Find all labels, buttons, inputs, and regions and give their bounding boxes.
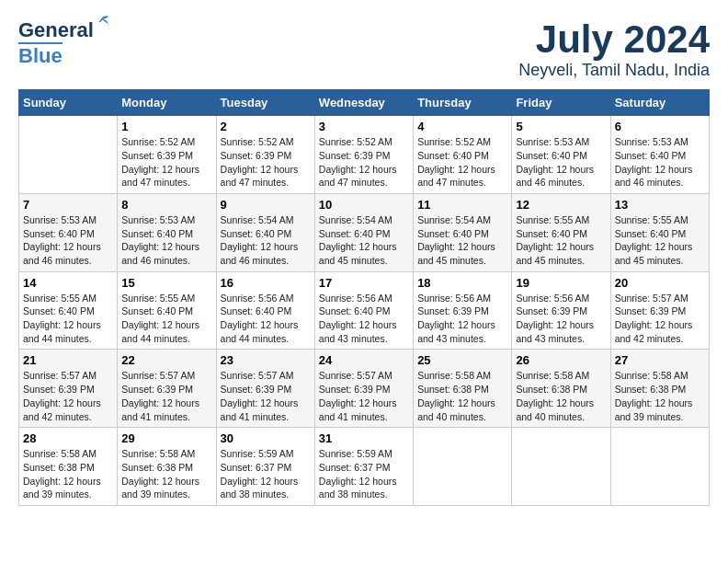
day-info: Sunrise: 5:59 AM Sunset: 6:37 PM Dayligh…	[319, 447, 409, 501]
day-number: 6	[615, 120, 705, 133]
day-info: Sunrise: 5:55 AM Sunset: 6:40 PM Dayligh…	[516, 213, 606, 268]
calendar-cell: 30Sunrise: 5:59 AM Sunset: 6:37 PM Dayli…	[216, 428, 314, 506]
calendar-cell: 4Sunrise: 5:52 AM Sunset: 6:40 PM Daylig…	[414, 116, 512, 194]
page-header: General Blue July 2024 Neyveli, Tamil Na…	[18, 18, 710, 80]
day-number: 9	[221, 198, 311, 212]
calendar-cell: 1Sunrise: 5:52 AM Sunset: 6:39 PM Daylig…	[118, 116, 216, 194]
header-row: SundayMondayTuesdayWednesdayThursdayFrid…	[19, 90, 710, 116]
day-number: 21	[23, 353, 113, 367]
month-title: July 2024	[518, 18, 710, 61]
day-info: Sunrise: 5:56 AM Sunset: 6:39 PM Dayligh…	[516, 292, 606, 346]
day-info: Sunrise: 5:56 AM Sunset: 6:40 PM Dayligh…	[319, 292, 409, 346]
logo-general: General	[18, 18, 94, 41]
day-number: 29	[121, 431, 211, 445]
day-info: Sunrise: 5:54 AM Sunset: 6:40 PM Dayligh…	[417, 213, 507, 268]
day-number: 3	[319, 120, 409, 133]
day-number: 14	[23, 276, 113, 290]
calendar-cell	[414, 428, 512, 506]
day-info: Sunrise: 5:55 AM Sunset: 6:40 PM Dayligh…	[23, 292, 113, 346]
week-row-1: 1Sunrise: 5:52 AM Sunset: 6:39 PM Daylig…	[19, 116, 710, 194]
calendar-cell: 13Sunrise: 5:55 AM Sunset: 6:40 PM Dayli…	[610, 193, 709, 271]
logo-bird-icon	[92, 11, 112, 31]
day-number: 27	[615, 353, 705, 367]
day-info: Sunrise: 5:52 AM Sunset: 6:39 PM Dayligh…	[319, 135, 409, 190]
day-number: 4	[417, 120, 507, 133]
day-info: Sunrise: 5:52 AM Sunset: 6:39 PM Dayligh…	[221, 135, 311, 190]
calendar-cell: 23Sunrise: 5:57 AM Sunset: 6:39 PM Dayli…	[216, 350, 314, 428]
calendar-cell: 10Sunrise: 5:54 AM Sunset: 6:40 PM Dayli…	[314, 193, 413, 271]
day-info: Sunrise: 5:57 AM Sunset: 6:39 PM Dayligh…	[319, 369, 409, 423]
col-header-sunday: Sunday	[19, 90, 118, 116]
day-info: Sunrise: 5:58 AM Sunset: 6:38 PM Dayligh…	[417, 369, 507, 423]
day-info: Sunrise: 5:52 AM Sunset: 6:39 PM Dayligh…	[121, 135, 211, 190]
day-number: 30	[221, 431, 311, 445]
calendar-cell: 6Sunrise: 5:53 AM Sunset: 6:40 PM Daylig…	[610, 116, 709, 194]
day-number: 19	[516, 276, 606, 290]
col-header-saturday: Saturday	[610, 90, 709, 116]
day-number: 7	[23, 198, 113, 212]
calendar-cell: 26Sunrise: 5:58 AM Sunset: 6:38 PM Dayli…	[512, 350, 610, 428]
day-number: 26	[516, 353, 606, 367]
day-info: Sunrise: 5:58 AM Sunset: 6:38 PM Dayligh…	[516, 369, 606, 423]
calendar-cell: 17Sunrise: 5:56 AM Sunset: 6:40 PM Dayli…	[314, 271, 413, 350]
calendar-cell: 20Sunrise: 5:57 AM Sunset: 6:39 PM Dayli…	[610, 271, 709, 350]
day-info: Sunrise: 5:54 AM Sunset: 6:40 PM Dayligh…	[221, 213, 311, 268]
day-number: 20	[615, 276, 705, 290]
day-number: 12	[516, 198, 606, 212]
calendar-cell: 9Sunrise: 5:54 AM Sunset: 6:40 PM Daylig…	[216, 193, 314, 271]
day-info: Sunrise: 5:55 AM Sunset: 6:40 PM Dayligh…	[121, 292, 211, 346]
day-number: 22	[121, 353, 211, 367]
calendar-cell: 16Sunrise: 5:56 AM Sunset: 6:40 PM Dayli…	[216, 271, 314, 350]
week-row-5: 28Sunrise: 5:58 AM Sunset: 6:38 PM Dayli…	[19, 428, 710, 506]
calendar-cell: 24Sunrise: 5:57 AM Sunset: 6:39 PM Dayli…	[314, 350, 413, 428]
day-info: Sunrise: 5:57 AM Sunset: 6:39 PM Dayligh…	[23, 369, 113, 423]
calendar-cell	[19, 116, 118, 194]
day-info: Sunrise: 5:53 AM Sunset: 6:40 PM Dayligh…	[121, 213, 211, 268]
calendar-cell: 3Sunrise: 5:52 AM Sunset: 6:39 PM Daylig…	[314, 116, 413, 194]
logo-blue: Blue	[18, 42, 63, 68]
calendar-cell: 21Sunrise: 5:57 AM Sunset: 6:39 PM Dayli…	[19, 350, 118, 428]
week-row-4: 21Sunrise: 5:57 AM Sunset: 6:39 PM Dayli…	[19, 350, 710, 428]
day-number: 2	[221, 120, 311, 133]
day-number: 11	[417, 198, 507, 212]
day-number: 16	[221, 276, 311, 290]
calendar-cell	[610, 428, 709, 506]
day-info: Sunrise: 5:58 AM Sunset: 6:38 PM Dayligh…	[615, 369, 705, 423]
calendar-cell: 11Sunrise: 5:54 AM Sunset: 6:40 PM Dayli…	[414, 193, 512, 271]
calendar-cell: 7Sunrise: 5:53 AM Sunset: 6:40 PM Daylig…	[19, 193, 118, 271]
calendar-cell: 14Sunrise: 5:55 AM Sunset: 6:40 PM Dayli…	[19, 271, 118, 350]
day-number: 24	[319, 353, 409, 367]
calendar-cell: 12Sunrise: 5:55 AM Sunset: 6:40 PM Dayli…	[512, 193, 610, 271]
col-header-wednesday: Wednesday	[314, 90, 413, 116]
calendar-cell: 19Sunrise: 5:56 AM Sunset: 6:39 PM Dayli…	[512, 271, 610, 350]
calendar-cell: 18Sunrise: 5:56 AM Sunset: 6:39 PM Dayli…	[414, 271, 512, 350]
day-number: 15	[121, 276, 211, 290]
day-number: 25	[417, 353, 507, 367]
calendar-cell: 2Sunrise: 5:52 AM Sunset: 6:39 PM Daylig…	[216, 116, 314, 194]
col-header-thursday: Thursday	[414, 90, 512, 116]
day-number: 1	[121, 120, 211, 133]
calendar-cell: 8Sunrise: 5:53 AM Sunset: 6:40 PM Daylig…	[118, 193, 216, 271]
day-info: Sunrise: 5:52 AM Sunset: 6:40 PM Dayligh…	[417, 135, 507, 190]
day-info: Sunrise: 5:59 AM Sunset: 6:37 PM Dayligh…	[221, 447, 311, 501]
day-info: Sunrise: 5:53 AM Sunset: 6:40 PM Dayligh…	[615, 135, 705, 190]
calendar-cell: 28Sunrise: 5:58 AM Sunset: 6:38 PM Dayli…	[19, 428, 118, 506]
day-info: Sunrise: 5:58 AM Sunset: 6:38 PM Dayligh…	[121, 447, 211, 501]
day-info: Sunrise: 5:57 AM Sunset: 6:39 PM Dayligh…	[615, 292, 705, 346]
calendar-cell: 29Sunrise: 5:58 AM Sunset: 6:38 PM Dayli…	[118, 428, 216, 506]
logo: General Blue	[18, 18, 94, 68]
day-number: 18	[417, 276, 507, 290]
calendar-cell	[512, 428, 610, 506]
day-number: 5	[516, 120, 606, 133]
day-info: Sunrise: 5:53 AM Sunset: 6:40 PM Dayligh…	[516, 135, 606, 190]
day-info: Sunrise: 5:58 AM Sunset: 6:38 PM Dayligh…	[23, 447, 113, 501]
day-number: 10	[319, 198, 409, 212]
day-info: Sunrise: 5:57 AM Sunset: 6:39 PM Dayligh…	[121, 369, 211, 423]
calendar-cell: 31Sunrise: 5:59 AM Sunset: 6:37 PM Dayli…	[314, 428, 413, 506]
day-number: 23	[221, 353, 311, 367]
calendar-cell: 22Sunrise: 5:57 AM Sunset: 6:39 PM Dayli…	[118, 350, 216, 428]
calendar-cell: 27Sunrise: 5:58 AM Sunset: 6:38 PM Dayli…	[610, 350, 709, 428]
day-number: 8	[121, 198, 211, 212]
day-info: Sunrise: 5:57 AM Sunset: 6:39 PM Dayligh…	[221, 369, 311, 423]
week-row-2: 7Sunrise: 5:53 AM Sunset: 6:40 PM Daylig…	[19, 193, 710, 271]
